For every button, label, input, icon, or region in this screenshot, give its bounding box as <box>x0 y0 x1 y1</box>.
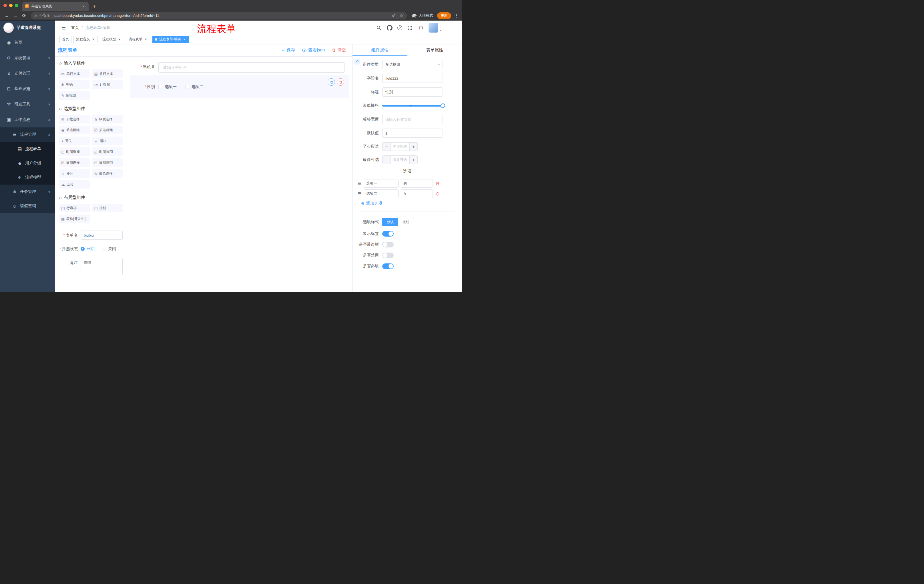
window-minimize-button[interactable] <box>9 4 13 7</box>
save-button[interactable]: ✓ 保存 <box>282 48 295 53</box>
tag-process-definition[interactable]: 流程定义 × <box>73 36 98 43</box>
style-button-button[interactable]: 按钮 <box>398 218 414 226</box>
window-close-button[interactable] <box>3 4 7 7</box>
drag-handle-icon[interactable]: ☰ <box>358 191 361 196</box>
palette-item[interactable]: ↔ 滑块 <box>92 137 123 145</box>
remove-option-icon[interactable]: ⊖ <box>436 191 440 196</box>
breadcrumb-home[interactable]: 首页 <box>71 25 79 30</box>
sidebar-item-task-management[interactable]: ⋔ 任务管理 ∨ <box>0 184 55 199</box>
palette-item[interactable]: ▤ 多行文本 <box>92 69 123 78</box>
hamburger-icon[interactable]: ☰ <box>59 25 68 31</box>
search-icon[interactable] <box>376 25 382 31</box>
palette-item[interactable]: ⊞ 日期选择 <box>59 158 90 167</box>
palette-item[interactable]: ✎ 编辑器 <box>59 91 90 100</box>
palette-item[interactable]: ◷ 时间选择 <box>59 147 90 156</box>
close-icon[interactable]: × <box>91 37 95 41</box>
decrease-button[interactable]: − <box>383 143 391 151</box>
min-select-input[interactable] <box>391 143 409 151</box>
checkbox-icon[interactable] <box>185 85 189 89</box>
sidebar-item-dev-tools[interactable]: ⚒ 研发工具 ∨ <box>0 97 55 112</box>
sidebar-item-leave-query[interactable]: ☺ 请假查询 <box>0 199 55 213</box>
sidebar-item-process-model[interactable]: ✈ 流程模型 <box>0 170 55 184</box>
palette-item[interactable]: ▢ 按钮 <box>92 204 123 212</box>
tag-process-model[interactable]: 流程模型 × <box>100 36 124 43</box>
disabled-toggle[interactable] <box>382 253 394 258</box>
checkbox-icon[interactable] <box>158 85 162 89</box>
tab-form-props[interactable]: 表单属性 <box>408 44 462 56</box>
gender-option-1[interactable]: 选项一 <box>158 84 177 89</box>
palette-item[interactable]: 123 计数器 <box>92 80 123 89</box>
form-remark-textarea[interactable]: 嘿嘿 <box>81 258 123 275</box>
status-radio-on[interactable]: 开启 <box>81 246 95 252</box>
form-field-gender-selected[interactable]: *性别 选项一 选项二 <box>130 76 349 98</box>
sidebar-item-user-group[interactable]: ☻ 用户分组 <box>0 156 55 170</box>
palette-item[interactable]: ◑ 开关 <box>59 137 90 145</box>
palette-item[interactable]: ✱ 密码 <box>59 80 90 89</box>
forward-button[interactable]: → <box>12 12 20 20</box>
back-button[interactable]: ← <box>3 12 11 20</box>
palette-item[interactable]: ⊚ 颜色选择 <box>92 169 123 178</box>
remove-option-icon[interactable]: ⊖ <box>436 181 440 186</box>
label-width-input[interactable] <box>382 115 443 124</box>
tab-component-props[interactable]: 组件属性 <box>353 44 408 56</box>
option-label-input[interactable] <box>364 179 399 188</box>
sidebar-item-process-form[interactable]: ▤ 流程表单 <box>0 142 55 156</box>
sidebar-item-system-management[interactable]: ⚙ 系统管理 ∨ <box>0 50 55 66</box>
field-name-input[interactable] <box>382 74 443 83</box>
delete-field-button[interactable] <box>337 78 344 86</box>
browser-menu-icon[interactable]: ⋮ <box>454 13 459 18</box>
form-field-phone[interactable]: *手机号 <box>130 62 349 72</box>
sidebar-item-infrastructure[interactable]: ⊡ 基础设施 ∨ <box>0 81 55 97</box>
reload-button[interactable]: ⟳ <box>20 12 28 20</box>
palette-item[interactable]: ▭ 单行文本 <box>59 69 90 78</box>
password-key-icon[interactable] <box>392 13 396 18</box>
sidebar-item-workflow[interactable]: ▣ 工作流程 ∧ <box>0 112 55 127</box>
option-value-input[interactable] <box>401 189 433 198</box>
tag-home[interactable]: 首页 <box>59 36 71 43</box>
option-label-input[interactable] <box>364 189 399 198</box>
grid-slider[interactable] <box>382 101 443 110</box>
phone-field-input[interactable] <box>158 62 345 72</box>
close-icon[interactable]: × <box>117 37 122 41</box>
browser-update-button[interactable]: 更新 <box>437 12 451 19</box>
link-icon[interactable] <box>354 59 360 64</box>
form-name-input[interactable] <box>81 230 123 240</box>
max-select-input[interactable] <box>391 156 409 164</box>
palette-item[interactable]: ◉ 单选框组 <box>59 126 90 134</box>
address-bar[interactable]: ⚠ 不安全 dashboard.yudao.iocoder.cn/bpm/man… <box>31 12 407 20</box>
slider-handle[interactable] <box>441 104 445 108</box>
palette-item[interactable]: ☁ 上传 <box>59 180 90 189</box>
show-label-toggle[interactable] <box>382 231 394 237</box>
sidebar-item-home[interactable]: ◉ 首页 <box>0 35 55 50</box>
fullscreen-icon[interactable] <box>407 25 413 31</box>
palette-item[interactable]: ⊟ 日期范围 <box>92 158 123 167</box>
form-canvas[interactable]: *手机号 *性别 选项一 <box>127 57 352 292</box>
sidebar-item-payment-management[interactable]: ¥ 支付管理 ∨ <box>0 66 55 81</box>
close-icon[interactable]: × <box>144 37 148 41</box>
help-icon[interactable]: ? <box>398 25 402 30</box>
close-icon[interactable]: × <box>182 37 186 41</box>
required-toggle[interactable] <box>382 263 394 269</box>
view-json-button[interactable]: 查看json <box>302 48 325 53</box>
title-input[interactable] <box>382 87 443 97</box>
font-size-icon[interactable]: TT <box>418 25 424 31</box>
page-title[interactable]: 流程表单 <box>58 47 77 53</box>
palette-item[interactable]: ◫ 行容器 <box>59 204 90 212</box>
tab-close-icon[interactable]: × <box>81 4 86 8</box>
default-value-input[interactable] <box>382 128 443 138</box>
palette-item[interactable]: ⋔ 级联选择 <box>92 115 123 123</box>
palette-item[interactable]: ▦ 表格[开发中] <box>59 215 90 223</box>
new-tab-button[interactable]: + <box>92 3 96 10</box>
tag-process-form-edit[interactable]: 流程表单-编辑 × <box>152 36 189 43</box>
component-type-select[interactable]: 多选框组 ▾ <box>382 60 443 69</box>
increase-button[interactable]: + <box>409 156 417 164</box>
bookmark-star-icon[interactable]: ☆ <box>400 13 403 18</box>
increase-button[interactable]: + <box>409 143 417 151</box>
palette-item[interactable]: ◶ 时间范围 <box>92 147 123 156</box>
palette-item[interactable]: ◎ 下拉选择 <box>59 115 90 123</box>
github-icon[interactable] <box>386 25 393 31</box>
palette-item[interactable]: ☆ 评分 <box>59 169 90 178</box>
window-zoom-button[interactable] <box>15 4 18 7</box>
tag-process-form[interactable]: 流程表单 × <box>126 36 150 43</box>
gender-option-2[interactable]: 选项二 <box>185 84 203 89</box>
